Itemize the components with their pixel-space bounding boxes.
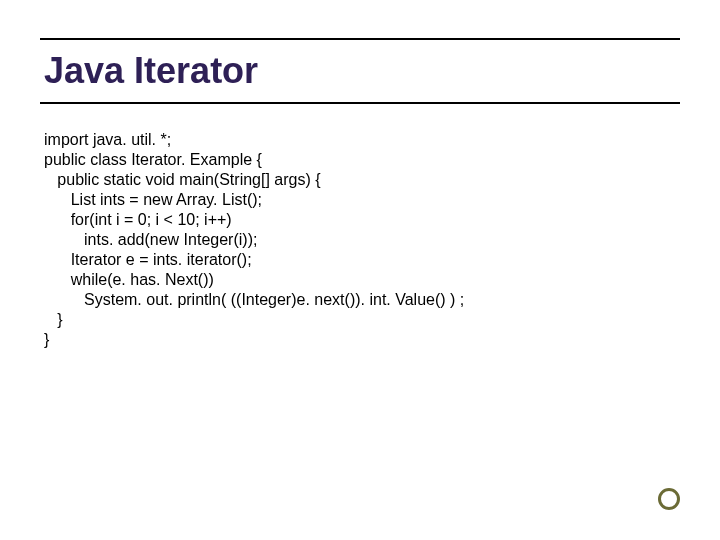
code-block: import java. util. *; public class Itera…: [44, 130, 676, 350]
code-line: import java. util. *;: [44, 131, 171, 148]
code-line: while(e. has. Next()): [44, 271, 214, 288]
slide-title: Java Iterator: [44, 50, 258, 92]
title-underline: [40, 102, 680, 104]
code-line: }: [44, 331, 49, 348]
bullet-icon: [658, 488, 680, 510]
code-line: System. out. println( ((Integer)e. next(…: [44, 291, 464, 308]
code-line: public class Iterator. Example {: [44, 151, 262, 168]
top-rule: [40, 38, 680, 40]
code-line: }: [44, 311, 63, 328]
code-line: public static void main(String[] args) {: [44, 171, 321, 188]
code-line: ints. add(new Integer(i));: [44, 231, 257, 248]
code-line: List ints = new Array. List();: [44, 191, 262, 208]
code-line: Iterator e = ints. iterator();: [44, 251, 252, 268]
code-line: for(int i = 0; i < 10; i++): [44, 211, 232, 228]
